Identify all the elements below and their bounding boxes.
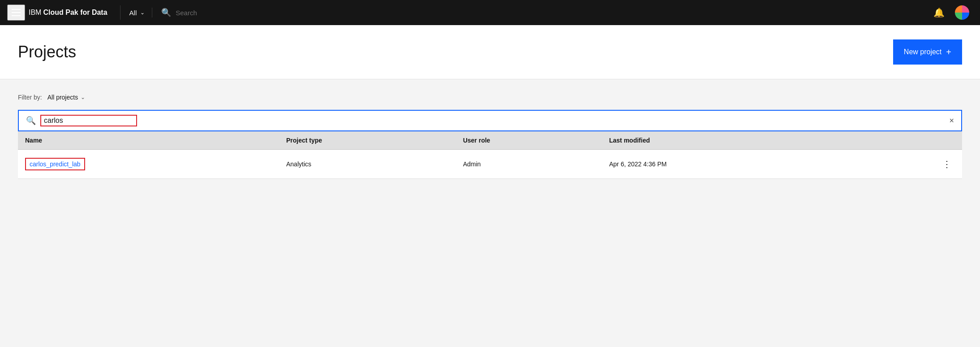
column-project-type: Project type [279, 131, 456, 150]
new-project-label: New project [904, 48, 941, 56]
column-last-modified: Last modified [602, 131, 855, 150]
content-area: Filter by: All projects ⌄ 🔍 × Name Proje… [0, 79, 980, 193]
brand-rest: Cloud Pak for Data [43, 9, 107, 17]
overflow-menu-cell: ⋮ [855, 150, 962, 179]
search-input-highlight-box [40, 115, 137, 126]
avatar [955, 5, 969, 20]
search-field-wrapper [40, 115, 949, 126]
page-header: Projects New project + [0, 25, 980, 79]
projects-table: Name Project type User role Last modifie… [18, 131, 962, 179]
chevron-down-icon: ⌄ [81, 94, 85, 100]
plus-icon: + [946, 47, 951, 57]
bell-icon: 🔔 [933, 7, 945, 18]
hamburger-menu-button[interactable] [7, 4, 25, 21]
project-search-bar: 🔍 × [18, 110, 962, 131]
notifications-button[interactable]: 🔔 [928, 0, 950, 25]
filter-row: Filter by: All projects ⌄ [18, 94, 962, 101]
project-type-cell: Analytics [279, 150, 456, 179]
user-role-cell: Admin [456, 150, 602, 179]
filter-label: All [129, 9, 137, 17]
global-filter-dropdown[interactable]: All ⌄ [122, 0, 152, 25]
project-name-link[interactable]: carlos_predict_lab [25, 158, 85, 170]
top-navigation: IBM Cloud Pak for Data All ⌄ 🔍 🔔 [0, 0, 980, 25]
user-avatar-button[interactable] [951, 0, 973, 25]
column-user-role: User role [456, 131, 602, 150]
filter-by-label: Filter by: [18, 94, 42, 101]
project-name-cell: carlos_predict_lab [18, 150, 279, 179]
nav-divider [120, 5, 120, 20]
search-icon: 🔍 [26, 116, 36, 126]
overflow-menu-button[interactable]: ⋮ [939, 157, 955, 171]
chevron-down-icon: ⌄ [140, 9, 145, 16]
search-clear-button[interactable]: × [949, 116, 954, 126]
all-projects-dropdown[interactable]: All projects ⌄ [47, 94, 85, 101]
top-nav-actions: 🔔 [928, 0, 973, 25]
brand-logo: IBM Cloud Pak for Data [29, 9, 107, 17]
last-modified-cell: Apr 6, 2022 4:36 PM [602, 150, 855, 179]
project-search-input[interactable] [44, 117, 133, 125]
column-overflow [855, 131, 962, 150]
search-icon: 🔍 [161, 8, 171, 17]
global-search: 🔍 [152, 8, 928, 17]
table-header-row: Name Project type User role Last modifie… [18, 131, 962, 150]
brand-ibm: IBM [29, 9, 41, 17]
column-name: Name [18, 131, 279, 150]
filter-selected-value: All projects [47, 94, 78, 101]
global-search-input[interactable] [176, 9, 919, 17]
page-title: Projects [18, 43, 76, 61]
new-project-button[interactable]: New project + [893, 39, 962, 65]
table-row: carlos_predict_lab Analytics Admin Apr 6… [18, 150, 962, 179]
